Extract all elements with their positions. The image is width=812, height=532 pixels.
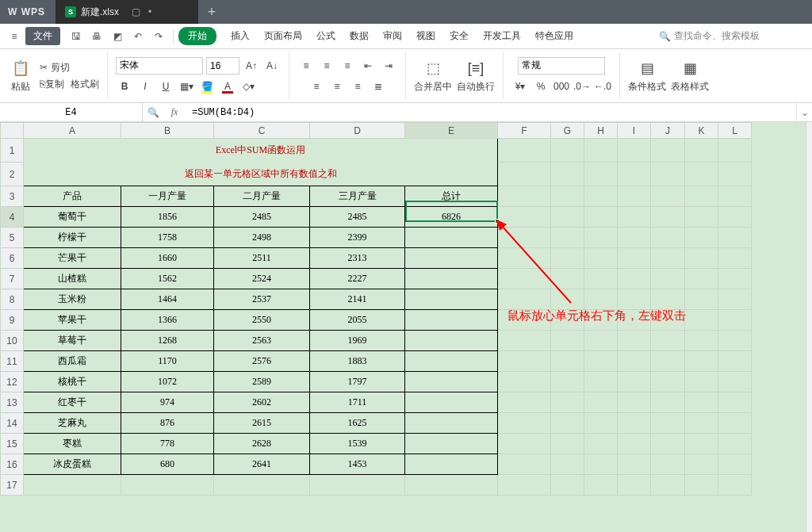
cell-K3[interactable]: [685, 186, 718, 207]
cell-J1[interactable]: [651, 139, 685, 163]
cell-B9[interactable]: 1366: [121, 310, 214, 331]
cell-F6[interactable]: [498, 248, 551, 269]
document-tab[interactable]: S 新建.xlsx ▢ •: [56, 0, 198, 24]
cell-A16[interactable]: 冰皮蛋糕: [24, 454, 121, 475]
cell-B11[interactable]: 1170: [121, 351, 214, 372]
cell-K10[interactable]: [685, 331, 718, 351]
cell-D10[interactable]: 1969: [310, 331, 405, 351]
cell-F17[interactable]: [498, 475, 551, 496]
cell-D11[interactable]: 1883: [310, 351, 405, 372]
cell-A6[interactable]: 芒果干: [24, 248, 121, 269]
dec-decimal-icon[interactable]: ←.0: [594, 78, 611, 95]
row-header-6[interactable]: 6: [1, 248, 24, 269]
align-left-icon[interactable]: ≡: [308, 78, 325, 95]
cell-I11[interactable]: [618, 351, 651, 372]
menu-hamburger-icon[interactable]: ≡: [5, 27, 24, 46]
new-tab-button[interactable]: +: [198, 4, 225, 21]
cell-reference-input[interactable]: [0, 107, 142, 118]
cell-J7[interactable]: [651, 269, 685, 289]
cell-K6[interactable]: [685, 248, 718, 269]
cell-L9[interactable]: [718, 310, 752, 331]
cell-C11[interactable]: 2576: [214, 351, 310, 372]
cell-G12[interactable]: [551, 372, 584, 392]
cell-L5[interactable]: [718, 228, 752, 248]
cell-D6[interactable]: 2313: [310, 248, 405, 269]
tab-insert[interactable]: 插入: [231, 29, 250, 43]
column-header-J[interactable]: J: [651, 123, 685, 139]
cell-H13[interactable]: [584, 392, 618, 413]
cell-B8[interactable]: 1464: [121, 289, 214, 310]
row-header-10[interactable]: 10: [1, 331, 24, 351]
cell-I15[interactable]: [618, 434, 651, 454]
indent-right-icon[interactable]: ⇥: [380, 57, 397, 75]
cell-G7[interactable]: [551, 269, 584, 289]
cell-I16[interactable]: [618, 454, 651, 475]
cell-I3[interactable]: [618, 186, 651, 207]
cell-J11[interactable]: [651, 351, 685, 372]
tab-view[interactable]: 视图: [416, 29, 435, 43]
cell-B6[interactable]: 1660: [121, 248, 214, 269]
cell-A17[interactable]: [24, 475, 121, 496]
currency-icon[interactable]: ¥▾: [511, 78, 529, 95]
cell-G11[interactable]: [551, 351, 584, 372]
cell-D17[interactable]: [310, 475, 405, 496]
formula-zoom-icon[interactable]: 🔍: [143, 107, 163, 118]
tab-formulas[interactable]: 公式: [316, 29, 335, 43]
cell-J6[interactable]: [651, 248, 685, 269]
column-header-C[interactable]: C: [214, 123, 310, 139]
font-size-combo[interactable]: [206, 57, 239, 75]
row-header-13[interactable]: 13: [1, 392, 24, 413]
column-header-E[interactable]: E: [405, 123, 498, 139]
column-header-K[interactable]: K: [685, 123, 718, 139]
tab-page-layout[interactable]: 页面布局: [264, 29, 302, 43]
cell-I5[interactable]: [618, 228, 651, 248]
cell-C10[interactable]: 2563: [214, 331, 310, 351]
row-header-11[interactable]: 11: [1, 351, 24, 372]
cell-H2[interactable]: [584, 163, 618, 186]
cell-J2[interactable]: [651, 163, 685, 186]
cell-H11[interactable]: [584, 351, 618, 372]
cell-A13[interactable]: 红枣干: [24, 392, 121, 413]
row-header-17[interactable]: 17: [1, 475, 24, 496]
cell-E5[interactable]: [405, 228, 498, 248]
cell-B12[interactable]: 1072: [121, 372, 214, 392]
cell-G4[interactable]: [551, 207, 584, 228]
formula-input[interactable]: [186, 107, 796, 118]
cell-L14[interactable]: [718, 413, 752, 434]
cell-H5[interactable]: [584, 228, 618, 248]
cell-C17[interactable]: [214, 475, 310, 496]
cell-D8[interactable]: 2141: [310, 289, 405, 310]
cell-C4[interactable]: 2485: [214, 207, 310, 228]
cell-F2[interactable]: [498, 163, 551, 186]
cell-B10[interactable]: 1268: [121, 331, 214, 351]
cell-I7[interactable]: [618, 269, 651, 289]
cell-H3[interactable]: [584, 186, 618, 207]
cell-F12[interactable]: [498, 372, 551, 392]
cell-E6[interactable]: [405, 248, 498, 269]
cell-E16[interactable]: [405, 454, 498, 475]
cell-G2[interactable]: [551, 163, 584, 186]
cell-L13[interactable]: [718, 392, 752, 413]
title-cell[interactable]: Excel中SUM函数运用: [24, 139, 498, 163]
column-header-G[interactable]: G: [551, 123, 584, 139]
name-box[interactable]: [0, 103, 143, 121]
cell-B14[interactable]: 876: [121, 413, 214, 434]
cell-E7[interactable]: [405, 269, 498, 289]
cell-L7[interactable]: [718, 269, 752, 289]
header-E[interactable]: 总计: [405, 186, 498, 207]
cell-E9[interactable]: [405, 310, 498, 331]
column-header-A[interactable]: A: [24, 123, 121, 139]
cell-I10[interactable]: [618, 331, 651, 351]
cell-C5[interactable]: 2498: [214, 228, 310, 248]
cell-C16[interactable]: 2641: [214, 454, 310, 475]
cell-K13[interactable]: [685, 392, 718, 413]
cell-B4[interactable]: 1856: [121, 207, 214, 228]
cell-C13[interactable]: 2602: [214, 392, 310, 413]
decrease-font-icon[interactable]: A↓: [263, 57, 281, 75]
cell-I17[interactable]: [618, 475, 651, 496]
expand-formula-bar-icon[interactable]: ⌄: [796, 103, 812, 121]
cell-E14[interactable]: [405, 413, 498, 434]
cell-H4[interactable]: [584, 207, 618, 228]
tab-review[interactable]: 审阅: [383, 29, 402, 43]
row-header-12[interactable]: 12: [1, 372, 24, 392]
